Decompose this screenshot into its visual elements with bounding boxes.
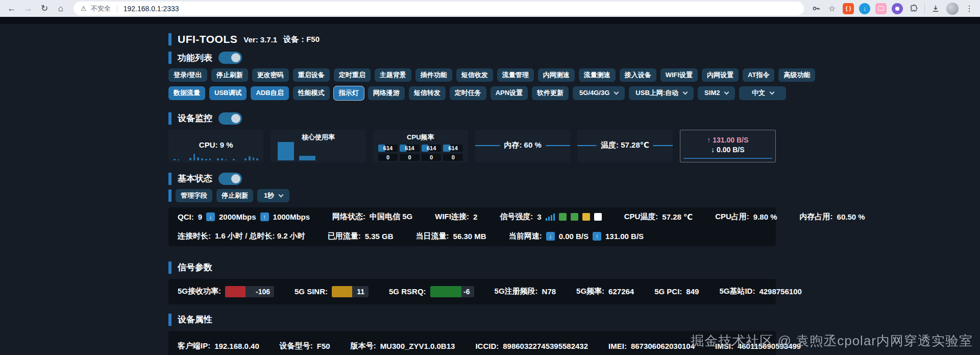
signal-param-item: 5G基站ID:4298756100 [719, 287, 801, 296]
fn-button-3[interactable]: 重启设备 [293, 68, 330, 82]
toggle-button-6[interactable]: 短信转发 [409, 86, 446, 100]
section-title: 基本状态 [178, 173, 212, 184]
accent-bar [168, 190, 172, 202]
address-bar[interactable]: ⚠ 不安全 192.168.0.1:2333 [74, 2, 804, 15]
freq-cell: 614 [378, 145, 398, 152]
signal-param-item: 5G频率:627264 [576, 287, 634, 296]
cpu-spark-bar [193, 154, 195, 160]
core-usage-bars [278, 140, 358, 160]
signal-gauge-fill [225, 286, 246, 297]
menu-dots-icon[interactable]: ⋮ [964, 3, 975, 14]
toggle-button-9[interactable]: 软件更新 [532, 86, 569, 100]
temperature-panel: 温度: 57.28℃ [577, 130, 672, 162]
fn-button-14[interactable]: AT指令 [743, 68, 774, 82]
section-title: 功能列表 [178, 52, 212, 64]
fn-button-10[interactable]: 流量测速 [579, 68, 616, 82]
signal-params-panel: 5G接收功率:-1065G SINR:115G RSRQ:-65G注册频段:N7… [168, 279, 776, 304]
freq-value: 0 [452, 154, 455, 160]
interval-label: 1秒 [264, 192, 274, 199]
dropdown-select-3[interactable]: 中文 [739, 86, 786, 100]
security-label[interactable]: 不安全 [91, 4, 111, 13]
dropdown-select-0[interactable]: 5G/4G/3G [573, 86, 625, 100]
dropdown-select-1[interactable]: USB上网:自动 [629, 86, 694, 100]
accent-bar [168, 173, 172, 185]
signal-quality-square [594, 213, 602, 221]
cpu-spark-bar [225, 159, 227, 160]
fn-button-7[interactable]: 短信收发 [456, 68, 493, 82]
toggle-button-1[interactable]: USB调试 [209, 86, 247, 100]
fn-button-9[interactable]: 内网测速 [538, 68, 575, 82]
device-prop-item: IMEI:867306062030104 [608, 342, 695, 350]
accent-bar [168, 52, 172, 64]
cpu-frequency-grid: 6146146146140000 [378, 145, 463, 161]
extension-bilibili-icon[interactable] [875, 3, 887, 14]
basic-status-toggle[interactable] [218, 173, 242, 185]
signal-param-value: 4298756100 [759, 287, 801, 296]
cpu-spark-bar [174, 159, 176, 160]
cpu-spark-bar [249, 156, 251, 160]
fn-button-0[interactable]: 登录/登出 [168, 68, 207, 82]
fn-button-5[interactable]: 主题背景 [375, 68, 411, 82]
signal-gauge: -106 [225, 286, 274, 297]
extension-orange-icon[interactable]: { } [843, 3, 854, 14]
fn-button-11[interactable]: 接入设备 [620, 68, 656, 82]
function-list-toggle[interactable] [218, 52, 242, 64]
status-item: 网络状态:中国电信 5G [332, 212, 412, 222]
url-text[interactable]: 192.168.0.1:2333 [124, 5, 179, 13]
status-row: 连接时长:1.6 小时 / 总时长: 9.2 小时已用流量:5.35 GB当日流… [178, 227, 767, 246]
signal-gauge-fill [430, 286, 462, 297]
signal-param-value: 849 [686, 287, 699, 296]
toggle-button-2[interactable]: ADB自启 [251, 86, 288, 100]
fn-button-2[interactable]: 更改密码 [252, 68, 289, 82]
fn-button-8[interactable]: 流量管理 [497, 68, 534, 82]
extensions-puzzle-icon[interactable] [908, 3, 919, 14]
cpu-frequency-panel: CPU频率 6146146146140000 [373, 130, 468, 162]
fn-button-4[interactable]: 定时重启 [334, 68, 371, 82]
reload-icon[interactable]: ↻ [38, 2, 51, 15]
toolbar-right: ☆ { } ↓ ⋮ [810, 3, 975, 15]
fn-button-12[interactable]: WIFI设置 [660, 68, 698, 82]
accent-bar [168, 112, 172, 125]
downloads-icon[interactable] [930, 3, 941, 14]
toggle-button-4[interactable]: 指示灯 [334, 86, 364, 100]
status-button-1[interactable]: 停止刷新 [216, 189, 253, 202]
signal-gauge-value: -106 [256, 288, 270, 296]
fn-button-6[interactable]: 插件功能 [415, 68, 452, 82]
fn-button-15[interactable]: 高级功能 [778, 68, 815, 82]
signal-gauge: 11 [332, 286, 369, 297]
freq-cell: 0 [378, 154, 398, 161]
signal-bars-icon [546, 214, 555, 221]
device-prop-value: 867306062030104 [631, 342, 695, 350]
toggle-button-3[interactable]: 性能模式 [293, 86, 330, 100]
extension-download-icon[interactable]: ↓ [859, 3, 870, 14]
memory-label: 内存: 60 % [500, 140, 545, 150]
status-button-0[interactable]: 管理字段 [176, 189, 212, 202]
device-prop-value: 89860322745395582432 [503, 342, 588, 350]
back-icon[interactable]: ← [5, 2, 18, 15]
interval-select[interactable]: 1秒 [257, 189, 289, 202]
signal-param-label: 5G PCI: [654, 287, 682, 296]
password-key-icon[interactable] [810, 3, 821, 14]
profile-avatar[interactable] [946, 3, 959, 15]
status-value: 56.30 MB [453, 232, 486, 241]
bookmark-star-icon[interactable]: ☆ [826, 3, 838, 14]
section-device-monitor: 设备监控 [168, 112, 776, 125]
forward-icon[interactable]: → [21, 2, 35, 15]
status-label: 当日流量: [416, 231, 449, 241]
status-item: 内存占用:60.50 % [800, 212, 865, 222]
device-monitor-toggle[interactable] [218, 112, 242, 125]
toggle-button-5[interactable]: 网络漫游 [368, 86, 405, 100]
toggle-button-8[interactable]: APN设置 [491, 86, 528, 100]
dropdown-select-2[interactable]: SIM2 [698, 86, 735, 100]
toggle-button-0[interactable]: 数据流量 [168, 86, 205, 100]
status-label: 当前网速: [509, 231, 542, 241]
toggle-button-7[interactable]: 定时任务 [450, 86, 486, 100]
extension-purple-icon[interactable] [892, 3, 903, 14]
home-icon[interactable]: ⌂ [54, 2, 67, 15]
fn-button-1[interactable]: 停止刷新 [211, 68, 248, 82]
status-value: 9.80 % [753, 212, 777, 221]
temperature-label: 温度: 57.28℃ [597, 140, 653, 150]
device-prop-label: ICCID: [475, 342, 499, 350]
fn-button-13[interactable]: 内网设置 [702, 68, 739, 82]
cpu-spark-bar [221, 158, 223, 160]
